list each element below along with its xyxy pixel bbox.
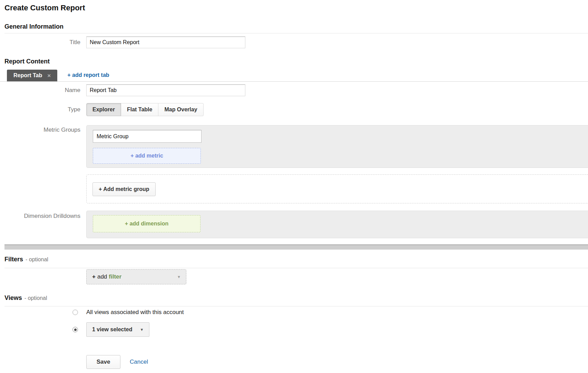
title-input[interactable]: [86, 37, 245, 48]
filters-heading-row: Filters - optional: [4, 255, 588, 263]
metric-group-panel: + add metric: [86, 125, 588, 168]
report-tab-chip[interactable]: Report Tab ×: [7, 70, 57, 81]
title-row: Title: [0, 37, 588, 48]
metric-groups-label: Metric Groups: [0, 125, 80, 133]
report-tab-name-input[interactable]: [86, 84, 245, 96]
metric-group-name-input[interactable]: [93, 130, 202, 143]
add-filter-word-add: add: [97, 273, 107, 280]
dimension-panel: + add dimension: [86, 211, 588, 238]
add-metric-group-dropzone: + Add metric group: [86, 174, 588, 203]
section-divider: [4, 306, 588, 306]
add-metric-group-button[interactable]: + Add metric group: [92, 182, 156, 196]
section-divider: [4, 268, 588, 268]
general-information-heading: General Information: [4, 23, 588, 30]
view-selector-value: 1 view selected: [92, 326, 133, 333]
page-title: Create Custom Report: [4, 3, 588, 12]
add-filter-button[interactable]: + add filter ▼: [86, 269, 186, 284]
add-filter-word-filter: filter: [109, 273, 121, 280]
type-row: Type Explorer Flat Table Map Overlay: [0, 103, 588, 116]
form-actions: Save Cancel: [86, 355, 588, 369]
horizontal-scrollbar[interactable]: [4, 244, 588, 250]
view-selector-dropdown[interactable]: 1 view selected ▼: [86, 322, 149, 337]
radio-selected-views[interactable]: [72, 327, 78, 332]
filters-optional-text: - optional: [26, 256, 48, 263]
report-type-group: Explorer Flat Table Map Overlay: [86, 103, 204, 116]
chevron-down-icon: ▼: [140, 327, 144, 332]
radio-all-views[interactable]: [72, 310, 78, 315]
views-heading-row: Views - optional: [4, 294, 588, 302]
report-tab-strip: Report Tab × + add report tab: [0, 70, 588, 82]
cancel-link[interactable]: Cancel: [130, 359, 148, 365]
add-report-tab-link[interactable]: + add report tab: [67, 72, 109, 78]
name-row: Name: [0, 84, 588, 96]
add-metric-button[interactable]: + add metric: [93, 148, 201, 164]
close-icon[interactable]: ×: [47, 73, 51, 79]
dimension-drilldowns-label: Dimension Drilldowns: [0, 211, 80, 220]
name-label: Name: [0, 87, 80, 94]
save-button[interactable]: Save: [86, 355, 120, 369]
filters-heading: Filters: [4, 255, 23, 263]
add-dimension-button[interactable]: + add dimension: [93, 215, 200, 232]
all-views-label[interactable]: All views associated with this account: [86, 309, 184, 316]
type-label: Type: [0, 106, 80, 113]
plus-icon: +: [92, 273, 96, 280]
report-tab-chip-label: Report Tab: [13, 72, 42, 79]
views-selected-row: 1 view selected ▼: [0, 322, 588, 337]
views-all-row: All views associated with this account: [0, 309, 588, 316]
report-content-heading: Report Content: [4, 58, 588, 65]
title-label: Title: [0, 39, 80, 46]
metric-groups-row: Metric Groups + add metric: [0, 125, 588, 168]
views-optional-text: - optional: [24, 295, 47, 301]
type-flat-table-button[interactable]: Flat Table: [121, 103, 159, 116]
type-explorer-button[interactable]: Explorer: [86, 103, 121, 116]
section-divider: [4, 33, 588, 33]
create-custom-report-page: Create Custom Report General Information…: [0, 3, 588, 369]
views-heading: Views: [4, 294, 22, 302]
add-metric-group-row: + Add metric group: [0, 168, 588, 203]
dimension-drilldowns-row: Dimension Drilldowns + add dimension: [0, 211, 588, 238]
type-map-overlay-button[interactable]: Map Overlay: [158, 103, 203, 116]
chevron-down-icon: ▼: [177, 275, 181, 279]
